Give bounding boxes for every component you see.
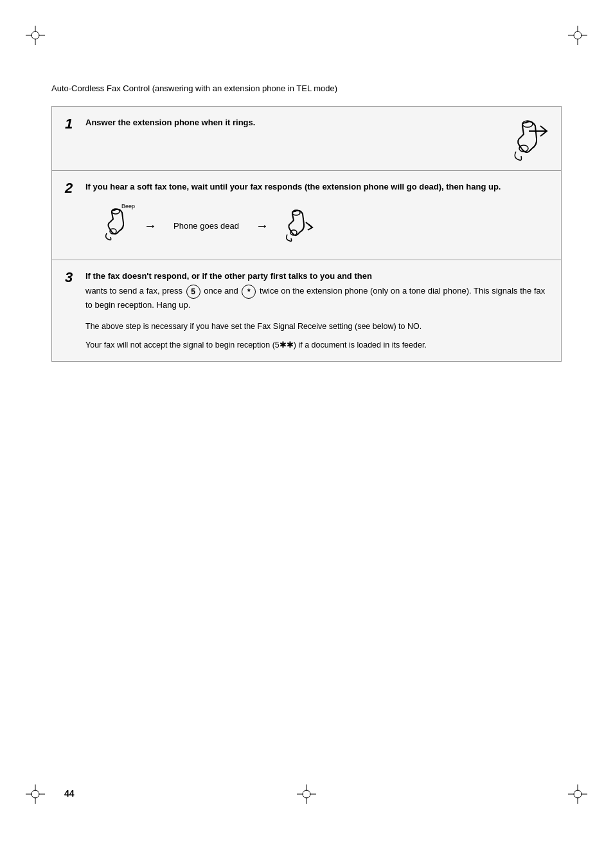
step-1: 1 Answer the extension phone when it rin… <box>52 107 561 171</box>
step-2: 2 If you hear a soft fax tone, wait unti… <box>52 171 561 260</box>
arrow-2: → <box>256 218 269 233</box>
phone-dead-icon <box>279 203 314 248</box>
reg-mark-tl <box>26 26 45 45</box>
phone-with-beep: Beep <box>98 202 134 249</box>
step-1-phone-icon <box>503 113 548 167</box>
beep-label: Beep <box>121 203 135 209</box>
svg-point-20 <box>303 790 310 798</box>
step-3-content: If the fax doesn't respond, or if the ot… <box>85 270 548 351</box>
step-2-number: 2 <box>65 181 73 195</box>
svg-point-5 <box>574 31 582 39</box>
reg-mark-br <box>568 784 587 804</box>
step-2-content: If you hear a soft fax tone, wait until … <box>85 181 548 249</box>
reg-mark-bl <box>26 784 45 804</box>
key-5: 5 <box>186 285 200 299</box>
svg-point-0 <box>31 31 39 39</box>
arrow-1: → <box>144 218 157 233</box>
step-2-title: If you hear a soft fax tone, wait until … <box>85 181 548 193</box>
diagram-label: Phone goes dead <box>173 221 239 231</box>
page-header: Auto-Cordless Fax Control (answering wit… <box>51 84 562 93</box>
step-1-content: Answer the extension phone when it rings… <box>85 117 548 128</box>
reg-mark-bm <box>297 784 316 804</box>
step-3: 3 If the fax doesn't respond, or if the … <box>52 260 561 361</box>
step-3-title: If the fax doesn't respond, or if the ot… <box>85 270 548 282</box>
step-1-title: Answer the extension phone when it rings… <box>85 117 548 128</box>
key-star: * <box>242 285 256 299</box>
step-2-diagram: Beep → Phone goes dead → <box>98 202 548 249</box>
step-3-title-text: If the fax doesn't respond, or if the ot… <box>85 271 372 281</box>
step-3-note-2: Your fax will not accept the signal to b… <box>85 339 548 351</box>
step-3-body-part2: once and <box>204 287 238 296</box>
reg-mark-tr <box>568 26 587 45</box>
step-3-body: wants to send a fax, press 5 once and * … <box>85 285 548 312</box>
step-1-number: 1 <box>65 117 73 131</box>
svg-point-10 <box>31 790 39 798</box>
step-3-note-1: The above step is necessary if you have … <box>85 321 548 333</box>
main-content: Auto-Cordless Fax Control (answering wit… <box>51 84 562 362</box>
step-3-body-part1: wants to send a fax, press <box>85 287 182 296</box>
step-3-number: 3 <box>65 270 73 285</box>
svg-point-15 <box>574 790 582 798</box>
page-number: 44 <box>64 788 75 799</box>
instruction-box: 1 Answer the extension phone when it rin… <box>51 106 562 362</box>
